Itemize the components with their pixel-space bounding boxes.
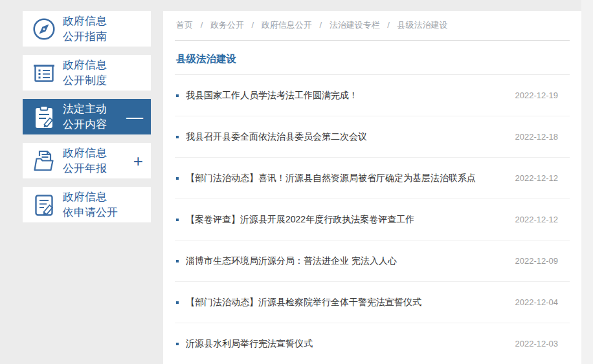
news-link[interactable]: 【部门法治动态】沂源县检察院举行全体干警宪法宣誓仪式 — [186, 297, 421, 308]
breadcrumb-separator: / — [252, 20, 254, 30]
breadcrumb-item-current[interactable]: 县级法治建设 — [397, 20, 448, 30]
breadcrumb-separator: / — [319, 20, 322, 30]
sidebar-item-disclosure-guide[interactable]: 政府信息 公开指南 — [23, 11, 151, 47]
sidebar-item-label: 政府信息 公开年报 — [63, 145, 107, 177]
breadcrumb-item-gov-info[interactable]: 政府信息公开 — [262, 20, 312, 30]
clipboard-pencil-icon — [29, 102, 59, 132]
page: 政府信息 公开指南 政府信息 公开制度 — [0, 0, 593, 364]
news-row[interactable]: 沂源县水利局举行宪法宣誓仪式 2022-12-03 — [175, 323, 570, 364]
bullet-icon — [176, 260, 179, 262]
news-link[interactable]: 沂源县水利局举行宪法宣誓仪式 — [186, 338, 313, 350]
sidebar-item-label: 法定主动 公开内容 — [63, 102, 107, 133]
compass-icon — [29, 14, 59, 44]
news-date: 2022-12-09 — [515, 256, 559, 266]
bullet-icon — [176, 219, 179, 221]
main-content-panel: 首页 / 政务公开 / 政府信息公开 / 法治建设专栏 / 县级法治建设 县级法… — [163, 11, 581, 364]
notebook-icon — [29, 58, 59, 88]
breadcrumb-item-home[interactable]: 首页 — [176, 20, 193, 30]
bullet-icon — [176, 136, 179, 138]
news-date: 2022-12-18 — [515, 132, 559, 142]
bullet-icon — [176, 177, 179, 180]
right-gutter — [581, 0, 593, 364]
collapse-minus-icon[interactable]: — — [126, 109, 143, 125]
sidebar-item-label: 政府信息 公开指南 — [63, 14, 107, 45]
news-row[interactable]: 我县召开县委全面依法治县委员会第二次会议 2022-12-18 — [175, 116, 570, 158]
sidebar-item-statutory-disclosure[interactable]: 法定主动 公开内容 — — [23, 99, 151, 134]
news-date: 2022-12-12 — [515, 215, 559, 224]
news-row[interactable]: 我县国家工作人员学法考法工作圆满完成！ 2022-12-19 — [175, 75, 570, 116]
news-row[interactable]: 【案卷评查】沂源县开展2022年度行政执法案卷评查工作 2022-12-12 — [175, 199, 570, 241]
bullet-icon — [176, 94, 179, 97]
news-link[interactable]: 我县国家工作人员学法考法工作圆满完成！ — [186, 90, 358, 102]
news-link[interactable]: 【案卷评查】沂源县开展2022年度行政执法案卷评查工作 — [186, 214, 414, 226]
breadcrumb-item-rule-of-law-column[interactable]: 法治建设专栏 — [330, 20, 380, 30]
news-date: 2022-12-03 — [515, 339, 559, 348]
sidebar-item-disclosure-by-request[interactable]: 政府信息 依申请公开 — [23, 187, 151, 222]
news-list: 我县国家工作人员学法考法工作圆满完成！ 2022-12-19 我县召开县委全面依… — [175, 75, 570, 364]
breadcrumb: 首页 / 政务公开 / 政府信息公开 / 法治建设专栏 / 县级法治建设 — [175, 11, 570, 41]
news-row[interactable]: 淄博市生态环境局沂源分局：普法进企业 宪法入人心 2022-12-09 — [175, 241, 570, 282]
folder-document-icon — [29, 146, 59, 176]
document-pencil-icon — [29, 190, 59, 220]
bullet-icon — [176, 301, 179, 304]
news-date: 2022-12-19 — [515, 91, 559, 100]
news-link[interactable]: 淄博市生态环境局沂源分局：普法进企业 宪法入人心 — [186, 255, 397, 267]
news-link[interactable]: 我县召开县委全面依法治县委员会第二次会议 — [186, 131, 367, 143]
news-date: 2022-12-04 — [515, 297, 559, 307]
sidebar-item-annual-report[interactable]: 政府信息 公开年报 + — [23, 143, 151, 178]
news-row[interactable]: 【部门法治动态】喜讯！沂源县自然资源局被省厅确定为基层法治联系点 2022-12… — [175, 158, 570, 199]
sidebar-item-label: 政府信息 公开制度 — [63, 58, 107, 89]
sidebar: 政府信息 公开指南 政府信息 公开制度 — [23, 11, 151, 231]
expand-plus-icon[interactable]: + — [133, 153, 143, 169]
breadcrumb-separator: / — [387, 20, 390, 30]
bullet-icon — [176, 343, 179, 345]
news-link[interactable]: 【部门法治动态】喜讯！沂源县自然资源局被省厅确定为基层法治联系点 — [186, 173, 476, 184]
breadcrumb-separator: / — [201, 20, 203, 30]
news-row[interactable]: 【部门法治动态】沂源县检察院举行全体干警宪法宣誓仪式 2022-12-04 — [175, 282, 570, 323]
breadcrumb-item-gov-affairs[interactable]: 政务公开 — [210, 20, 244, 30]
sidebar-item-disclosure-system[interactable]: 政府信息 公开制度 — [23, 55, 151, 91]
news-date: 2022-12-12 — [515, 173, 559, 183]
page-title: 县级法治建设 — [175, 41, 570, 75]
sidebar-item-label: 政府信息 依申请公开 — [63, 189, 118, 220]
